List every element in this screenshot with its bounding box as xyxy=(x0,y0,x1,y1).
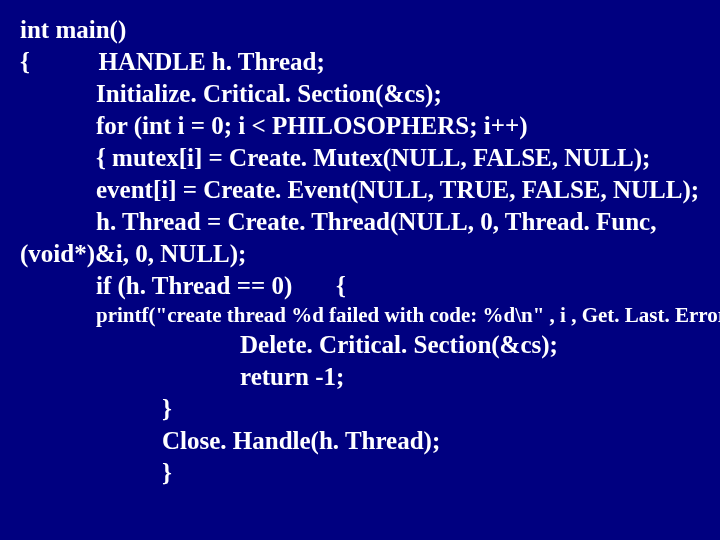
code-line: for (int i = 0; i < PHILOSOPHERS; i++) xyxy=(20,110,704,142)
code-line: Delete. Critical. Section(&cs); xyxy=(20,329,704,361)
code-line: (void*)&i, 0, NULL); xyxy=(20,238,704,270)
code-line: } xyxy=(20,457,704,489)
code-line: Initialize. Critical. Section(&cs); xyxy=(20,78,704,110)
code-slide: int main() { HANDLE h. Thread; Initializ… xyxy=(0,0,720,540)
code-line: int main() xyxy=(20,14,704,46)
code-line: h. Thread = Create. Thread(NULL, 0, Thre… xyxy=(20,206,704,238)
code-line: Close. Handle(h. Thread); xyxy=(20,425,704,457)
code-line: { HANDLE h. Thread; xyxy=(20,46,704,78)
code-line: { mutex[i] = Create. Mutex(NULL, FALSE, … xyxy=(20,142,704,174)
code-line: if (h. Thread == 0) { xyxy=(20,270,704,302)
code-line: return -1; xyxy=(20,361,704,393)
code-line: } xyxy=(20,393,704,425)
code-line: printf("create thread %d failed with cod… xyxy=(20,302,704,329)
code-line: event[i] = Create. Event(NULL, TRUE, FAL… xyxy=(20,174,704,206)
